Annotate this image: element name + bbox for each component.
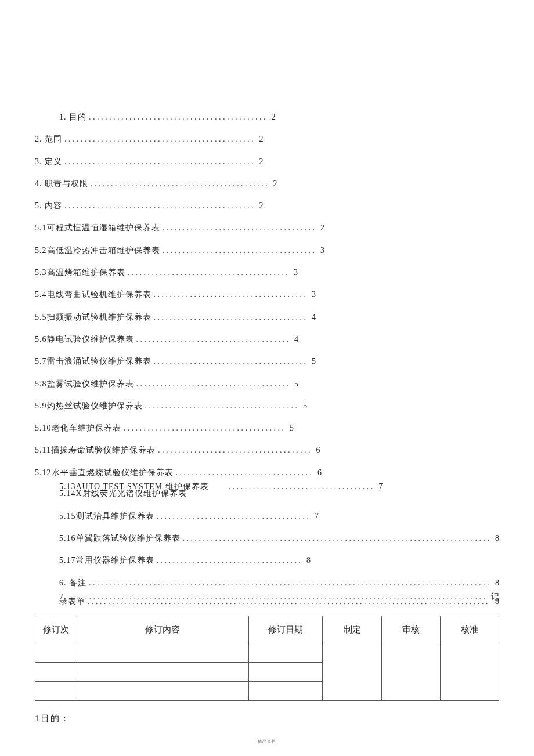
toc-label: 2. 范围 bbox=[35, 133, 62, 145]
page-root: 1. 目的 . . . . . . . . . . . . . . . . . … bbox=[0, 0, 534, 756]
toc-entry: 5.10老化车维护保养表 . . . . . . . . . . . . . .… bbox=[35, 422, 499, 434]
toc-label: 5.12水平垂直燃烧试验仪维护保养表 bbox=[35, 467, 174, 479]
toc-leader-dots: . . . . . . . . . . . . . . . . . . . . … bbox=[64, 200, 254, 212]
cell-reviewer bbox=[381, 643, 440, 701]
table-header-row: 修订次 修订内容 修订日期 制定 审核 核准 bbox=[35, 616, 499, 643]
toc-leader-dots: . . . . . . . . . . . . . . . . . . . . … bbox=[64, 156, 254, 168]
toc-label: 5.5扫频振动试验机维护保养表 bbox=[35, 312, 151, 323]
toc-label: 5.1可程式恒温恒湿箱维护保养表 bbox=[35, 222, 160, 234]
toc-page-number: 8 bbox=[306, 555, 311, 566]
toc-entry: 5.15测试治具维护保养表 . . . . . . . . . . . . . … bbox=[35, 511, 499, 522]
toc-page-number: 8 bbox=[495, 577, 499, 589]
th-approver: 核准 bbox=[440, 616, 499, 643]
toc-page-number: 6 bbox=[316, 444, 320, 456]
toc-leader-dots: . . . . . . . . . . . . . . . . . . . . … bbox=[154, 356, 306, 367]
toc-leader-dots: . . . . . . . . . . . . . . . . . . . . … bbox=[128, 267, 288, 278]
toc-leader-dots: . . . . . . . . . . . . . . . . . . . . … bbox=[89, 577, 489, 589]
toc-entry: 1. 目的 . . . . . . . . . . . . . . . . . … bbox=[35, 111, 499, 123]
toc-label: 5.16单翼跌落试验仪维护保养表 bbox=[59, 533, 181, 544]
cell-content bbox=[77, 643, 248, 663]
toc-leader-dots: . . . . . . . . . . . . . . . . . . . . … bbox=[163, 222, 315, 234]
toc-entry: 5.12水平垂直燃烧试验仪维护保养表 . . . . . . . . . . .… bbox=[35, 467, 499, 479]
toc-label: 5.17常用仪器维护保养表 bbox=[59, 555, 154, 566]
toc-entry: 4. 职责与权限 . . . . . . . . . . . . . . . .… bbox=[35, 178, 499, 190]
toc-label: 5.6静电试验仪维护保养表 bbox=[35, 334, 134, 345]
toc-page-number: 5 bbox=[303, 400, 307, 412]
section-1-heading: 1目的： bbox=[0, 701, 534, 725]
toc-page-number: 6 bbox=[317, 467, 322, 479]
toc-page-number: 5 bbox=[312, 356, 316, 367]
th-revision-content: 修订内容 bbox=[77, 616, 248, 643]
toc-leader-dots: . . . . . . . . . . . . . . . . . . . . … bbox=[163, 245, 315, 256]
toc-page-number: 2 bbox=[272, 111, 276, 123]
toc-label: 5.7雷击浪涌试验仪维护保养表 bbox=[35, 356, 151, 367]
revision-table: 修订次 修订内容 修订日期 制定 审核 核准 bbox=[35, 616, 499, 701]
toc-entry: 5.3高温烤箱维护保养表 . . . . . . . . . . . . . .… bbox=[35, 267, 499, 278]
toc-label: 1. 目的 bbox=[59, 111, 86, 123]
cell-date bbox=[248, 682, 323, 701]
cell-creator bbox=[323, 643, 381, 701]
toc-leader-dots: . . . . . . . . . . . . . . . . . . . . … bbox=[154, 289, 306, 301]
toc-page-number: 2 bbox=[273, 178, 277, 190]
cell-date bbox=[248, 663, 323, 682]
toc-label: 4. 职责与权限 bbox=[35, 178, 88, 190]
toc-page-number: 2 bbox=[259, 133, 264, 145]
toc-page-number: 4 bbox=[294, 334, 298, 345]
toc-label: 5.14X射线荧光光谱仪维护保养表 bbox=[59, 488, 187, 500]
toc-entry: 5.6静电试验仪维护保养表 . . . . . . . . . . . . . … bbox=[35, 334, 499, 345]
toc-page-number: 7 bbox=[315, 511, 319, 522]
cell-approver bbox=[440, 643, 499, 701]
toc-leader-dots: . . . . . . . . . . . . . . . . . . . . … bbox=[176, 467, 312, 479]
table-row bbox=[35, 643, 499, 663]
toc-entry: 5.7雷击浪涌试验仪维护保养表 . . . . . . . . . . . . … bbox=[35, 356, 499, 367]
page-footer: 精品资料 bbox=[0, 739, 534, 744]
toc-label: 3. 定义 bbox=[35, 156, 62, 168]
toc-page-number: 5 bbox=[290, 422, 294, 434]
toc-page-number: 3 bbox=[294, 267, 298, 278]
revision-table-wrap: 修订次 修订内容 修订日期 制定 审核 核准 bbox=[35, 616, 499, 701]
toc-entry: 5.16单翼跌落试验仪维护保养表 . . . . . . . . . . . .… bbox=[35, 533, 499, 544]
toc-entry: 5.9灼热丝试验仪维护保养表 . . . . . . . . . . . . .… bbox=[35, 400, 499, 412]
th-revision-number: 修订次 bbox=[35, 616, 77, 643]
cell-rev bbox=[35, 643, 77, 663]
cell-rev bbox=[35, 682, 77, 701]
toc-page-number: 2 bbox=[259, 200, 264, 212]
toc-entry: 5. 内容 . . . . . . . . . . . . . . . . . … bbox=[35, 200, 499, 212]
toc-entry: 6. 备注 . . . . . . . . . . . . . . . . . … bbox=[35, 577, 499, 589]
toc-entry: 3. 定义 . . . . . . . . . . . . . . . . . … bbox=[35, 156, 499, 168]
toc-label: 录表单 bbox=[59, 596, 85, 607]
toc-label: 5.10老化车维护保养表 bbox=[35, 422, 121, 434]
toc-label: 5.9灼热丝试验仪维护保养表 bbox=[35, 400, 143, 412]
toc-leader-dots: . . . . . . . . . . . . . . . . . . . . … bbox=[64, 133, 254, 145]
toc-leader-dots: . . . . . . . . . . . . . . . . . . . . … bbox=[89, 111, 266, 123]
toc-leader-dots: . . . . . . . . . . . . . . . . . . . . … bbox=[158, 444, 311, 456]
toc-page-number: 8 bbox=[495, 596, 499, 607]
toc-leader-dots: . . . . . . . . . . . . . . . . . . . . … bbox=[157, 511, 309, 522]
toc-leader-dots: . . . . . . . . . . . . . . . . . . . . … bbox=[183, 533, 490, 544]
toc-label: 5.15测试治具维护保养表 bbox=[59, 511, 154, 522]
toc-leader-dots: . . . . . . . . . . . . . . . . . . . . … bbox=[154, 312, 306, 323]
toc-entry: 5.11插拔寿命试验仪维护保养表 . . . . . . . . . . . .… bbox=[35, 444, 499, 456]
toc-entry: 录表单 . . . . . . . . . . . . . . . . . . … bbox=[35, 596, 499, 607]
toc-block: 1. 目的 . . . . . . . . . . . . . . . . . … bbox=[0, 0, 534, 607]
th-revision-date: 修订日期 bbox=[248, 616, 323, 643]
toc-leader-dots: . . . . . . . . . . . . . . . . . . . . … bbox=[136, 378, 289, 390]
toc-leader-dots: . . . . . . . . . . . . . . . . . . . . … bbox=[157, 555, 301, 566]
toc-label: 5.8盐雾试验仪维护保养表 bbox=[35, 378, 134, 390]
toc-leader-dots: . . . . . . . . . . . . . . . . . . . . … bbox=[136, 334, 289, 345]
toc-leader-dots: . . . . . . . . . . . . . . . . . . . . … bbox=[145, 400, 298, 412]
cell-content bbox=[77, 682, 248, 701]
toc-page-number: 3 bbox=[312, 289, 316, 301]
toc-label: 5.4电线弯曲试验机维护保养表 bbox=[35, 289, 151, 301]
toc-label: 5. 内容 bbox=[35, 200, 62, 212]
cell-rev bbox=[35, 663, 77, 682]
th-reviewer: 审核 bbox=[381, 616, 440, 643]
toc-entry: 5.1可程式恒温恒湿箱维护保养表 . . . . . . . . . . . .… bbox=[35, 222, 499, 234]
toc-entry: 5.8盐雾试验仪维护保养表 . . . . . . . . . . . . . … bbox=[35, 378, 499, 390]
toc-label: 5.3高温烤箱维护保养表 bbox=[35, 267, 125, 278]
toc-entry: 5.5扫频振动试验机维护保养表 . . . . . . . . . . . . … bbox=[35, 312, 499, 323]
toc-leader-dots: . . . . . . . . . . . . . . . . . . . . … bbox=[91, 178, 268, 190]
toc-entry: 5.17常用仪器维护保养表 . . . . . . . . . . . . . … bbox=[35, 555, 499, 566]
toc-entry: 5.4电线弯曲试验机维护保养表 . . . . . . . . . . . . … bbox=[35, 289, 499, 301]
toc-page-number: 2 bbox=[259, 156, 264, 168]
